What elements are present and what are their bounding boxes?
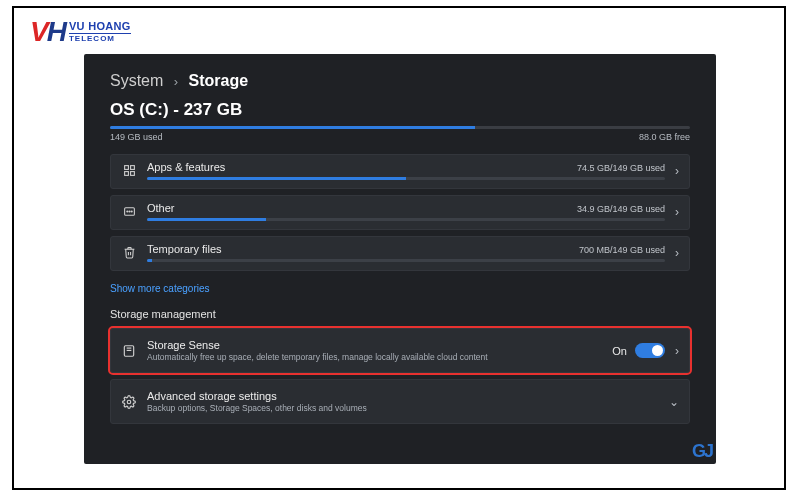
advanced-storage-title: Advanced storage settings — [147, 390, 659, 402]
category-usage-bar — [147, 177, 665, 180]
storage-category-row[interactable]: Temporary files700 MB/149 GB used› — [110, 236, 690, 271]
show-more-categories-link[interactable]: Show more categories — [110, 283, 210, 294]
category-name: Other — [147, 202, 175, 214]
breadcrumb-parent[interactable]: System — [110, 72, 163, 89]
chevron-right-icon[interactable]: › — [675, 164, 679, 178]
svg-rect-0 — [124, 166, 128, 170]
chevron-right-icon[interactable]: › — [675, 246, 679, 260]
drive-free-label: 88.0 GB free — [639, 132, 690, 142]
category-name: Apps & features — [147, 161, 225, 173]
drive-usage-bar — [110, 126, 690, 129]
chevron-right-icon[interactable]: › — [675, 344, 679, 358]
category-usage-bar — [147, 259, 665, 262]
storage-sense-desc: Automatically free up space, delete temp… — [147, 352, 602, 362]
category-usage-label: 34.9 GB/149 GB used — [577, 204, 665, 214]
vuhoang-mark-icon: VH — [30, 18, 65, 46]
svg-rect-1 — [130, 166, 134, 170]
category-usage-label: 74.5 GB/149 GB used — [577, 163, 665, 173]
drive-used-label: 149 GB used — [110, 132, 163, 142]
storage-category-row[interactable]: Other34.9 GB/149 GB used› — [110, 195, 690, 230]
logo-line1: VU HOANG — [69, 21, 131, 32]
storage-sense-toggle[interactable] — [635, 343, 665, 358]
chevron-right-icon: › — [174, 74, 178, 89]
svg-point-11 — [127, 400, 131, 404]
gear-icon — [121, 395, 137, 409]
storage-sense-state-label: On — [612, 345, 627, 357]
svg-rect-3 — [130, 172, 134, 176]
storage-sense-icon — [121, 344, 137, 358]
document-frame: VH VU HOANG TELECOM System › Storage OS … — [12, 6, 786, 490]
drive-title: OS (C:) - 237 GB — [110, 100, 690, 120]
storage-sense-row[interactable]: Storage Sense Automatically free up spac… — [110, 328, 690, 373]
settings-window: System › Storage OS (C:) - 237 GB 149 GB… — [84, 54, 716, 464]
advanced-storage-desc: Backup options, Storage Spaces, other di… — [147, 403, 659, 413]
category-usage-bar — [147, 218, 665, 221]
storage-sense-title: Storage Sense — [147, 339, 602, 351]
category-name: Temporary files — [147, 243, 222, 255]
category-usage-label: 700 MB/149 GB used — [579, 245, 665, 255]
grid-icon — [121, 164, 137, 177]
other-icon — [121, 205, 137, 218]
watermark-icon: GJ — [692, 441, 712, 462]
svg-point-6 — [128, 211, 129, 212]
advanced-storage-row[interactable]: Advanced storage settings Backup options… — [110, 379, 690, 424]
svg-point-7 — [131, 211, 132, 212]
breadcrumb[interactable]: System › Storage — [110, 72, 690, 90]
svg-rect-2 — [124, 172, 128, 176]
breadcrumb-current: Storage — [189, 72, 249, 89]
vuhoang-logo: VH VU HOANG TELECOM — [30, 18, 131, 46]
storage-category-row[interactable]: Apps & features74.5 GB/149 GB used› — [110, 154, 690, 189]
svg-point-5 — [126, 211, 127, 212]
chevron-down-icon[interactable]: ⌄ — [669, 395, 679, 409]
storage-management-header: Storage management — [110, 308, 690, 320]
chevron-right-icon[interactable]: › — [675, 205, 679, 219]
trash-icon — [121, 246, 137, 259]
logo-line2: TELECOM — [69, 33, 131, 43]
